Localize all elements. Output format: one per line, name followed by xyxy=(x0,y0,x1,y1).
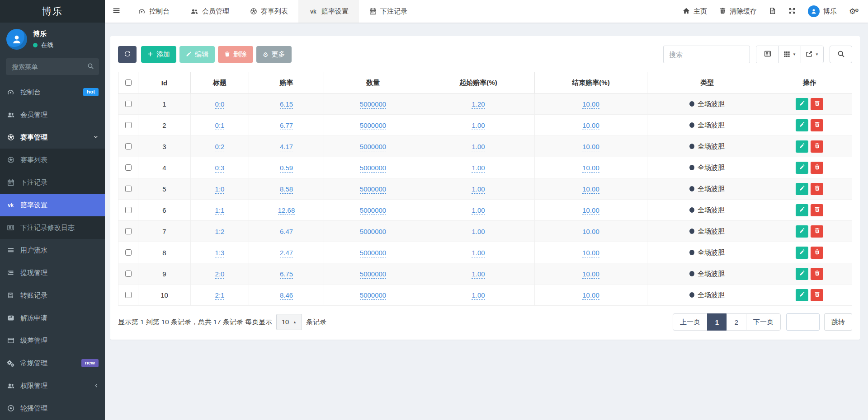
cell-quantity-editable-link[interactable]: 5000000 xyxy=(360,249,386,257)
cell-end-odds-editable-link[interactable]: 10.00 xyxy=(582,100,599,109)
sidebar-item-9[interactable]: 转账记录 xyxy=(0,284,105,307)
sidebar-item-4[interactable]: 下注记录 xyxy=(0,171,105,194)
cell-quantity-editable-link[interactable]: 5000000 xyxy=(360,291,386,300)
row-delete-button[interactable] xyxy=(811,162,823,174)
cell-odds-editable-link[interactable]: 6.47 xyxy=(280,228,293,236)
row-edit-button[interactable] xyxy=(796,204,808,216)
sidebar-item-12[interactable]: 常规管理new xyxy=(0,352,105,374)
row-delete-button[interactable] xyxy=(811,289,823,301)
cell-start-odds-editable-link[interactable]: 1.00 xyxy=(472,185,485,194)
cell-odds-editable-link[interactable]: 4.17 xyxy=(280,143,293,151)
row-checkbox[interactable] xyxy=(125,186,132,192)
sidebar-item-5[interactable]: vk赔率设置 xyxy=(0,194,105,216)
row-edit-button[interactable] xyxy=(796,119,808,131)
row-delete-button[interactable] xyxy=(811,225,823,238)
cell-odds-editable-link[interactable]: 12.68 xyxy=(278,206,295,215)
cell-start-odds-editable-link[interactable]: 1.20 xyxy=(472,100,485,109)
add-button[interactable]: 添加 xyxy=(141,46,176,63)
nav-tab-4[interactable]: 下注记录 xyxy=(359,0,418,23)
cell-odds-editable-link[interactable]: 6.75 xyxy=(280,270,293,279)
cell-odds-editable-link[interactable]: 6.77 xyxy=(280,121,293,130)
sidebar-item-14[interactable]: 轮播管理 xyxy=(0,397,105,420)
sidebar-search-input[interactable] xyxy=(6,58,99,75)
sidebar-item-0[interactable]: 控制台hot xyxy=(0,81,105,103)
home-link[interactable]: 主页 xyxy=(683,7,707,16)
cell-start-odds-editable-link[interactable]: 1.00 xyxy=(472,121,485,130)
sidebar-item-6[interactable]: 下注记录修改日志 xyxy=(0,216,105,239)
more-button[interactable]: ⚙ 更多 xyxy=(256,46,292,63)
cell-odds-editable-link[interactable]: 0.59 xyxy=(280,164,293,173)
row-delete-button[interactable] xyxy=(811,183,823,195)
cell-end-odds-editable-link[interactable]: 10.00 xyxy=(582,291,599,300)
sidebar-toggle-button[interactable] xyxy=(105,0,127,23)
cell-title-editable-link[interactable]: 2:1 xyxy=(215,291,225,300)
table-search-input[interactable] xyxy=(663,46,750,63)
settings-button[interactable]: ⚙⚙ xyxy=(849,8,859,15)
cell-odds-editable-link[interactable]: 2.47 xyxy=(280,249,293,257)
nav-tab-0[interactable]: 控制台 xyxy=(127,0,180,23)
row-checkbox[interactable] xyxy=(125,228,132,234)
row-checkbox[interactable] xyxy=(125,249,132,256)
cell-start-odds-editable-link[interactable]: 1.00 xyxy=(472,164,485,173)
cell-end-odds-editable-link[interactable]: 10.00 xyxy=(582,249,599,257)
cell-start-odds-editable-link[interactable]: 1.00 xyxy=(472,143,485,151)
sidebar-item-11[interactable]: 级差管理 xyxy=(0,329,105,352)
cell-title-editable-link[interactable]: 0:2 xyxy=(215,143,225,151)
cell-end-odds-editable-link[interactable]: 10.00 xyxy=(582,206,599,215)
cell-title-editable-link[interactable]: 0:0 xyxy=(215,100,225,109)
cell-quantity-editable-link[interactable]: 5000000 xyxy=(360,164,386,173)
cell-odds-editable-link[interactable]: 6.15 xyxy=(280,100,293,109)
cell-odds-editable-link[interactable]: 8.58 xyxy=(280,185,293,194)
sidebar-item-8[interactable]: 提现管理 xyxy=(0,261,105,284)
cell-quantity-editable-link[interactable]: 5000000 xyxy=(360,185,386,194)
cell-start-odds-editable-link[interactable]: 1.00 xyxy=(472,206,485,215)
next-page-button[interactable]: 下一页 xyxy=(746,313,781,331)
cell-title-editable-link[interactable]: 0:3 xyxy=(215,164,225,173)
row-checkbox[interactable] xyxy=(125,101,132,107)
nav-tab-3[interactable]: vk赔率设置 xyxy=(298,0,359,23)
cell-end-odds-editable-link[interactable]: 10.00 xyxy=(582,228,599,236)
row-checkbox[interactable] xyxy=(125,207,132,213)
page-number-button-2[interactable]: 2 xyxy=(726,313,746,331)
jump-page-input[interactable] xyxy=(786,313,820,331)
cell-title-editable-link[interactable]: 1:0 xyxy=(215,185,225,194)
row-checkbox[interactable] xyxy=(125,292,132,298)
cell-quantity-editable-link[interactable]: 5000000 xyxy=(360,100,386,109)
cell-odds-editable-link[interactable]: 8.46 xyxy=(280,291,293,300)
row-edit-button[interactable] xyxy=(796,162,808,174)
cell-title-editable-link[interactable]: 0:1 xyxy=(215,121,225,130)
row-delete-button[interactable] xyxy=(811,268,823,280)
sidebar-item-1[interactable]: 会员管理 xyxy=(0,103,105,126)
cell-end-odds-editable-link[interactable]: 10.00 xyxy=(582,164,599,173)
row-delete-button[interactable] xyxy=(811,119,823,131)
sidebar-item-10[interactable]: 解冻申请 xyxy=(0,307,105,329)
cell-title-editable-link[interactable]: 2:0 xyxy=(215,270,225,279)
row-checkbox[interactable] xyxy=(125,164,132,171)
row-edit-button[interactable] xyxy=(796,98,808,110)
cell-quantity-editable-link[interactable]: 5000000 xyxy=(360,206,386,215)
row-checkbox[interactable] xyxy=(125,271,132,277)
row-delete-button[interactable] xyxy=(811,140,823,153)
cell-end-odds-editable-link[interactable]: 10.00 xyxy=(582,121,599,130)
cell-end-odds-editable-link[interactable]: 10.00 xyxy=(582,143,599,151)
sidebar-item-13[interactable]: 权限管理 xyxy=(0,374,105,397)
jump-button[interactable]: 跳转 xyxy=(824,313,852,331)
cell-start-odds-editable-link[interactable]: 1.00 xyxy=(472,228,485,236)
cell-start-odds-editable-link[interactable]: 1.00 xyxy=(472,270,485,279)
row-edit-button[interactable] xyxy=(796,268,808,280)
row-delete-button[interactable] xyxy=(811,247,823,259)
row-checkbox[interactable] xyxy=(125,122,132,128)
nav-tab-2[interactable]: 赛事列表 xyxy=(240,0,298,23)
cell-title-editable-link[interactable]: 1:3 xyxy=(215,249,225,257)
row-delete-button[interactable] xyxy=(811,98,823,110)
sidebar-item-3[interactable]: 赛事列表 xyxy=(0,149,105,171)
fullscreen-button[interactable] xyxy=(788,7,796,16)
export-button[interactable]: ▼ xyxy=(801,46,823,63)
cell-start-odds-editable-link[interactable]: 1.00 xyxy=(472,249,485,257)
cell-start-odds-editable-link[interactable]: 1.00 xyxy=(472,291,485,300)
row-edit-button[interactable] xyxy=(796,140,808,153)
refresh-button[interactable] xyxy=(118,46,137,63)
delete-button[interactable]: 删除 xyxy=(218,46,253,63)
toggle-view-button[interactable] xyxy=(756,46,778,63)
user-menu[interactable]: 博乐 xyxy=(808,5,837,17)
